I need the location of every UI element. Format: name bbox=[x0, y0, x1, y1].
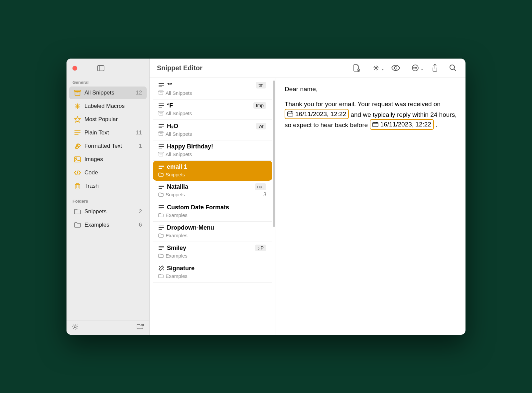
more-options-button[interactable]: ▾ bbox=[407, 62, 424, 74]
snippet-item[interactable]: email 1Snippets bbox=[153, 161, 272, 181]
snippet-item[interactable]: NataliianatSnippets3 bbox=[153, 181, 272, 201]
svg-rect-0 bbox=[97, 66, 104, 71]
window-controls bbox=[66, 59, 149, 78]
sidebar-item-label: All Snippets bbox=[84, 90, 114, 96]
archive-icon bbox=[74, 90, 81, 96]
date-value: 16/11/2023, 12:22 bbox=[380, 120, 431, 129]
folder-icon bbox=[158, 213, 164, 217]
snippet-item[interactable]: °FtmpAll Snippets bbox=[153, 99, 272, 120]
svg-rect-54 bbox=[159, 133, 163, 136]
folder-icon bbox=[158, 254, 164, 258]
date-value: 16/11/2023, 12:22 bbox=[295, 109, 346, 119]
code-icon bbox=[74, 170, 81, 175]
snippet-folder-label: All Snippets bbox=[166, 151, 192, 157]
calendar-icon bbox=[372, 122, 378, 127]
sidebar-item-count: 6 bbox=[139, 222, 142, 228]
trash-icon bbox=[74, 183, 81, 189]
app-window: General All Snippets 12 Labeled Macros M… bbox=[66, 59, 466, 335]
snippet-item[interactable]: Custom Date FormatsExamples bbox=[153, 201, 272, 222]
snippet-title: Dropdown-Menu bbox=[167, 224, 214, 231]
preview-button[interactable] bbox=[389, 62, 402, 74]
snippet-preview: Dear name, Thank you for your email. You… bbox=[276, 78, 466, 335]
close-window-button[interactable] bbox=[72, 66, 77, 71]
svg-line-37 bbox=[454, 69, 456, 71]
archive-icon bbox=[158, 111, 164, 115]
svg-line-78 bbox=[163, 270, 164, 270]
snippet-folder-label: All Snippets bbox=[166, 131, 192, 137]
snippet-item[interactable]: SignatureExamples bbox=[153, 262, 272, 283]
sidebar-item-plain-text[interactable]: Plain Text 11 bbox=[69, 126, 147, 139]
svg-point-32 bbox=[414, 68, 414, 68]
sidebar-item-label: Snippets bbox=[84, 208, 106, 215]
text-lines-icon bbox=[158, 83, 164, 88]
snippet-title: Signature bbox=[167, 265, 195, 272]
snippet-title: Nataliia bbox=[167, 183, 188, 190]
snippet-abbreviation: wr bbox=[256, 123, 266, 129]
settings-button[interactable] bbox=[72, 323, 78, 331]
svg-rect-48 bbox=[159, 112, 163, 115]
svg-rect-3 bbox=[75, 92, 80, 96]
svg-point-15 bbox=[75, 158, 77, 159]
text-lines-icon bbox=[74, 130, 81, 135]
snippet-item[interactable]: Dropdown-MenuExamples bbox=[153, 222, 272, 242]
date-macro-token[interactable]: 16/11/2023, 12:22 bbox=[370, 119, 434, 130]
sidebar-footer bbox=[66, 320, 149, 335]
snippet-abbreviation: tm bbox=[256, 82, 266, 89]
snippet-item[interactable]: H₂OwrAll Snippets bbox=[153, 120, 272, 140]
svg-point-34 bbox=[416, 68, 417, 68]
folder-icon bbox=[158, 274, 164, 278]
snippet-item[interactable]: Smiley:-PExamples bbox=[153, 242, 272, 262]
sidebar-item-formatted-text[interactable]: Formatted Text 1 bbox=[69, 140, 147, 152]
snippet-list[interactable]: ™tmAll Snippets°FtmpAll SnippetsH₂OwrAll… bbox=[150, 78, 276, 335]
toolbar: Snippet Editor ▾ ▾ bbox=[150, 59, 466, 78]
snippet-title: Custom Date Formats bbox=[167, 204, 229, 211]
new-folder-button[interactable] bbox=[137, 324, 144, 331]
sidebar-item-images[interactable]: Images bbox=[69, 153, 147, 166]
sidebar-item-label: Formatted Text bbox=[84, 143, 122, 149]
sidebar-item-label: Images bbox=[84, 156, 103, 163]
page-title: Snippet Editor bbox=[157, 64, 202, 72]
snippet-item[interactable]: ™tmAll Snippets bbox=[153, 79, 272, 99]
sidebar-item-label: Most Popular bbox=[84, 116, 118, 123]
snippet-title: ™ bbox=[167, 82, 173, 89]
folder-icon bbox=[158, 192, 164, 197]
chevron-down-icon: ▾ bbox=[421, 68, 423, 71]
search-button[interactable] bbox=[446, 62, 460, 74]
sidebar-item-labeled-macros[interactable]: Labeled Macros bbox=[69, 100, 147, 112]
sparkle-icon bbox=[74, 103, 81, 109]
snippet-folder-label: Snippets bbox=[166, 192, 185, 197]
sidebar-item-all-snippets[interactable]: All Snippets 12 bbox=[69, 87, 147, 99]
snippet-abbreviation: tmp bbox=[253, 102, 266, 109]
folder-icon bbox=[74, 222, 81, 228]
insert-macro-button[interactable]: ▾ bbox=[368, 62, 384, 74]
toggle-sidebar-button[interactable] bbox=[97, 65, 104, 71]
sidebar-item-code[interactable]: Code bbox=[69, 166, 147, 179]
svg-rect-42 bbox=[159, 92, 163, 95]
svg-point-33 bbox=[415, 68, 416, 68]
snippet-folder-label: Examples bbox=[166, 233, 188, 238]
snippet-folder-label: Examples bbox=[166, 253, 188, 259]
sidebar-item-most-popular[interactable]: Most Popular bbox=[69, 113, 147, 126]
snippet-item[interactable]: Happy Birthday!All Snippets bbox=[153, 140, 272, 161]
svg-rect-14 bbox=[74, 157, 80, 162]
date-macro-token[interactable]: 16/11/2023, 12:22 bbox=[285, 109, 349, 119]
scrollbar[interactable] bbox=[273, 81, 275, 227]
share-button[interactable] bbox=[428, 62, 442, 74]
new-snippet-button[interactable] bbox=[350, 62, 363, 74]
svg-line-16 bbox=[77, 170, 78, 175]
sidebar-folder-examples[interactable]: Examples 6 bbox=[69, 219, 147, 231]
folder-icon bbox=[158, 233, 164, 238]
snippet-folder-label: Examples bbox=[166, 212, 188, 218]
text-lines-icon bbox=[158, 144, 164, 149]
sidebar-item-count: 1 bbox=[139, 143, 142, 149]
svg-point-36 bbox=[450, 65, 455, 70]
preview-greeting: Dear name, bbox=[285, 85, 457, 94]
archive-icon bbox=[158, 131, 164, 136]
chevron-down-icon: ▾ bbox=[382, 68, 384, 71]
snippet-folder-label: Examples bbox=[166, 273, 188, 279]
svg-point-19 bbox=[74, 326, 76, 328]
sidebar-folder-snippets[interactable]: Snippets 2 bbox=[69, 205, 147, 218]
sidebar: General All Snippets 12 Labeled Macros M… bbox=[66, 59, 150, 335]
sidebar-item-trash[interactable]: Trash bbox=[69, 180, 147, 192]
formatted-text-icon bbox=[74, 143, 81, 149]
